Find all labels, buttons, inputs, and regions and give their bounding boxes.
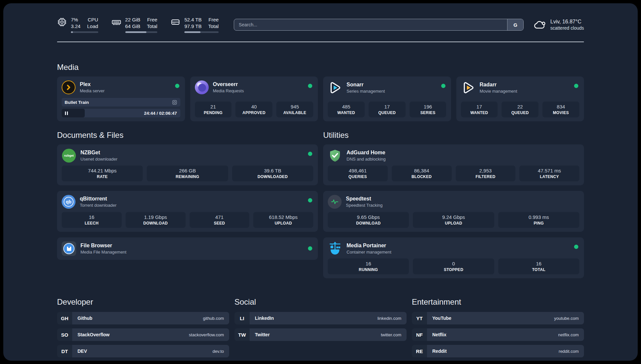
nzbget-stats: 744.21 Mbps RATE 266 GB REMAINING 39.6 T…	[62, 166, 313, 181]
stat-download: 9.65 Gbps DOWNLOAD	[328, 212, 409, 228]
bookmark-youtube[interactable]: YT YouTube youtube.com	[412, 312, 584, 324]
stat-label: RATE	[97, 174, 108, 179]
speedtest-stats: 9.65 Gbps DOWNLOAD 9.24 Gbps UPLOAD 0.99…	[328, 212, 579, 228]
section-title-developer: Developer	[57, 297, 229, 307]
overseerr-header: Overseerr Media Requests	[195, 80, 314, 94]
bookmark-pill: Reddit reddit.com	[427, 345, 584, 357]
plex-progress-fill	[62, 109, 85, 117]
search-input[interactable]	[234, 19, 507, 30]
filebrowser-icon	[62, 241, 76, 256]
bookmark-stackoverflow[interactable]: SO StackOverflow stackoverflow.com	[57, 328, 229, 341]
status-dot	[574, 84, 578, 88]
bookmark-reddit[interactable]: RE Reddit reddit.com	[412, 345, 584, 357]
app-title: Sonarr	[347, 81, 385, 88]
bookmark-name: YouTube	[432, 316, 451, 321]
app-card-adguard[interactable]: AdGuard Home DNS and adblocking 498,461 …	[323, 144, 584, 185]
bookmark-linkedin[interactable]: LI LinkedIn linkedin.com	[234, 312, 407, 324]
disk-stat: 52.4 TB 97.9 TB Free Total	[170, 16, 219, 33]
stat-wanted: 485 WANTED	[328, 102, 365, 117]
app-subtitle: Media Requests	[213, 88, 244, 94]
stat-value: 39.6 TB	[264, 168, 281, 173]
documents-column: Documents & Files nzbget NZBGet Usenet d…	[57, 131, 318, 278]
cpu-labels: CPU Load	[87, 16, 98, 30]
stat-value: 498,461	[349, 168, 367, 173]
status-dot	[308, 246, 312, 251]
app-card-sonarr[interactable]: Sonarr Series management 485 WANTED 17 Q…	[323, 76, 451, 121]
status-dot	[308, 152, 312, 156]
bookmark-name: Twitter	[255, 332, 270, 337]
app-card-speedtest[interactable]: Speedtest Speedtest Tracking 9.65 Gbps D…	[323, 191, 584, 232]
status-dot	[574, 245, 578, 249]
stat-label: WANTED	[471, 110, 488, 115]
portainer-icon	[328, 241, 342, 256]
stat-label: SERIES	[420, 110, 436, 115]
radarr-header: Radarr Movie management	[461, 80, 580, 95]
stat-upload: 9.24 Gbps UPLOAD	[413, 212, 494, 228]
cpu-usage-percent: 7%	[71, 16, 80, 23]
stat-label: QUEUED	[378, 110, 396, 115]
app-card-overseerr[interactable]: Overseerr Media Requests 21 PENDING 40 A…	[190, 76, 318, 121]
search-bar[interactable]: G	[234, 19, 524, 31]
disk-progress-fill	[184, 31, 200, 33]
sonarr-header: Sonarr Series management	[328, 80, 446, 95]
bookmark-url: reddit.com	[559, 349, 579, 354]
bookmark-pill: Twitter twitter.com	[250, 328, 407, 341]
stat-value: 22	[517, 104, 523, 109]
stat-value: 17	[384, 104, 390, 109]
bookmark-abbr: GH	[57, 312, 72, 324]
stat-value: 485	[342, 104, 350, 109]
app-title: AdGuard Home	[347, 149, 386, 156]
bookmark-name: StackOverflow	[77, 332, 109, 337]
stat-wanted: 17 WANTED	[461, 102, 498, 117]
dashboard: 7% 3.24 CPU Load 22 GiB	[3, 3, 638, 361]
stat-filtered: 2,953 FILTERED	[456, 166, 516, 181]
session-info-icon[interactable]	[172, 100, 177, 105]
adguard-titles: AdGuard Home DNS and adblocking	[347, 149, 386, 162]
bookmark-url: dev.to	[213, 349, 224, 354]
app-card-portainer[interactable]: Media Portainer Container management 16 …	[323, 237, 584, 278]
stat-label: DOWNLOAD	[143, 221, 168, 226]
section-title-media: Media	[57, 63, 584, 72]
stat-available: 945 AVAILABLE	[276, 102, 313, 117]
nzbget-header: nzbget NZBGet Usenet downloader	[62, 148, 313, 163]
app-card-nzbget[interactable]: nzbget NZBGet Usenet downloader 744.21 M…	[57, 144, 318, 185]
app-card-plex[interactable]: Plex Media server Bullet Train 24:44 / 0…	[57, 76, 185, 121]
stat-value: 17	[476, 104, 482, 109]
adguard-header: AdGuard Home DNS and adblocking	[328, 148, 579, 163]
app-title: NZBGet	[80, 149, 117, 156]
qbittorrent-header: qb qBittorrent Torrent downloader	[62, 195, 313, 209]
bookmark-pill: DEV dev.to	[72, 345, 229, 357]
stat-value: 0	[452, 261, 455, 266]
bookmark-pill: YouTube youtube.com	[427, 312, 584, 324]
bookmark-group-developer: Developer GH Github github.com SO StackO…	[57, 297, 229, 361]
stat-label: SEED	[214, 221, 225, 226]
bookmark-abbr: DT	[57, 345, 72, 357]
bookmark-github[interactable]: GH Github github.com	[57, 312, 229, 324]
speedtest-header: Speedtest Speedtest Tracking	[328, 195, 579, 209]
stat-value: 40	[251, 104, 257, 109]
stat-label: APPROVED	[242, 110, 265, 115]
cloud-icon	[534, 18, 546, 31]
bookmark-netflix[interactable]: NF Netflix netflix.com	[412, 328, 584, 341]
search-engine-button[interactable]: G	[507, 19, 523, 30]
app-card-filebrowser[interactable]: File Browser Media File Management	[57, 237, 318, 260]
stat-value: 16	[536, 261, 541, 266]
bookmark-dev[interactable]: DT DEV dev.to	[57, 345, 229, 357]
cpu-load-label: Load	[87, 23, 98, 30]
app-card-qbittorrent[interactable]: qb qBittorrent Torrent downloader 16 LEE…	[57, 191, 318, 232]
bookmark-twitter[interactable]: TW Twitter twitter.com	[234, 328, 407, 341]
stat-value: 9.24 Gbps	[442, 214, 465, 220]
stat-series: 196 SERIES	[410, 102, 446, 117]
portainer-stats: 16 RUNNING 0 STOPPED 16 TOTAL	[328, 258, 579, 274]
cpu-progress-bar	[71, 31, 98, 33]
memory-progress-bar	[125, 31, 158, 33]
app-title: Speedtest	[346, 196, 382, 202]
bookmark-pill: StackOverflow stackoverflow.com	[72, 328, 229, 341]
plex-titles: Plex Media server	[80, 81, 105, 94]
status-dot	[441, 84, 445, 88]
app-card-radarr[interactable]: Radarr Movie management 17 WANTED 22 QUE…	[456, 76, 584, 121]
section-title-documents: Documents & Files	[57, 131, 318, 140]
stat-latency: 47.571 ms LATENCY	[519, 166, 579, 181]
bookmark-url: linkedin.com	[378, 316, 401, 321]
filebrowser-titles: File Browser Media File Management	[80, 242, 126, 255]
